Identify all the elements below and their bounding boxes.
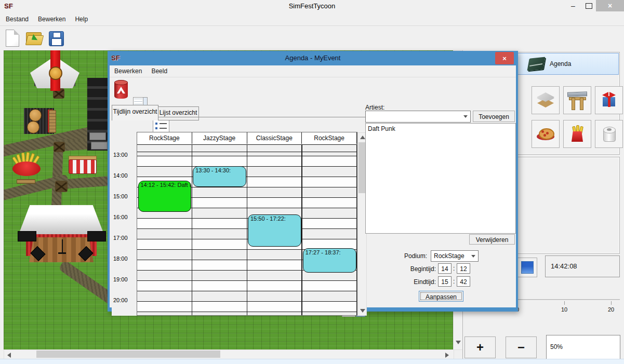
map-hscrollbar[interactable] [4,349,454,359]
dialog-menu-item-beeld[interactable]: Beeld [147,65,172,76]
scroll-down-icon[interactable] [456,341,461,344]
schedule-event[interactable]: 13:30 - 14:30: [193,166,246,187]
agenda-dialog: SF Agenda - MyEvent × BewerkenBeeld Tijd… [108,51,518,312]
shop-item-fries[interactable] [563,120,591,148]
end-time-label: Eindtijd: [394,278,436,286]
chevron-down-icon [471,255,475,260]
scroll-right-icon[interactable] [445,353,449,358]
new-file-button[interactable] [3,28,22,48]
artist-label: Artiest: [365,104,373,111]
stage-column-header: JazzyStage [192,132,247,144]
artist-list-item[interactable]: Daft Punk [366,124,515,134]
agenda-book-icon [527,57,545,71]
menu-item-help[interactable]: Help [70,14,92,24]
add-artist-button[interactable]: Toevoegen [473,111,515,122]
stage-header-row: RockStageJazzyStageClassicStageRockStage [137,132,357,145]
speaker-slab [89,132,106,140]
maximize-button[interactable] [582,0,595,11]
minimize-button[interactable]: – [566,0,580,11]
map-hscroll-thumb[interactable] [36,350,220,358]
hour-label: 13:00 [113,152,136,158]
clock-value: 14:42:08 [551,262,577,270]
statusbar [0,359,624,364]
plank-row [17,179,35,184]
gift-icon [599,90,619,110]
hour-label: 20:00 [113,297,136,303]
microphone [62,239,63,253]
stage-column-header: RockStage [137,132,192,144]
tent-logo-icon [49,66,62,80]
zoom-in-button[interactable]: + [464,336,496,358]
path-node [54,142,65,152]
schedule-event-selected[interactable]: 14:12 - 15:42: Daft Punk [138,181,192,212]
plank-stack [49,110,56,133]
remove-artist-button[interactable]: Verwijderen [469,234,515,245]
start-hour-input[interactable]: 14 [438,263,452,274]
shop-item-pizza[interactable] [532,120,560,148]
zoom-out-button[interactable]: − [506,336,537,358]
pizza-icon [536,124,555,144]
chevron-down-icon [463,115,468,120]
dialog-close-button[interactable]: × [495,52,514,64]
clock-display: 14:42:08 [545,255,620,277]
scroll-left-icon[interactable] [7,353,11,358]
dialog-titlebar[interactable]: SF Agenda - MyEvent × [108,51,518,65]
grid-scroll-down-icon[interactable] [360,309,365,313]
shop-item-gate[interactable] [563,86,591,114]
menu-item-bestand[interactable]: Bestand [1,14,33,24]
grid-scroll-up-icon[interactable] [360,136,365,139]
tab-list-overview[interactable]: Lijst overzicht [157,106,199,120]
dialog-title: Agenda - MyEvent [108,54,518,62]
open-file-button[interactable] [25,28,44,48]
stage-column-header: ClassicStage [247,132,302,144]
start-min-input[interactable]: 12 [457,263,470,274]
time-separator: : [453,278,455,285]
delete-event-icon[interactable] [114,81,128,99]
main-stage[interactable] [19,204,107,264]
grid-scroll-thumb[interactable] [359,142,366,193]
end-min-input[interactable]: 42 [457,276,470,287]
shop-item-gift[interactable] [595,86,623,114]
slider-tick-label: 20 [608,306,614,313]
dialog-menu-item-bewerken[interactable]: Bewerken [110,65,147,76]
podium-label: Podium: [395,252,427,260]
apply-button[interactable]: Aanpassen [419,291,463,302]
end-hour-input[interactable]: 15 [438,276,452,287]
artist-listbox[interactable]: Daft Punk [365,123,516,234]
dialog-menubar: BewerkenBeeld [110,65,516,77]
artist-combobox[interactable] [365,111,471,123]
hour-label: 15:00 [113,193,136,199]
maximize-icon [586,3,592,9]
window-title: SimFestTycoon [0,2,624,10]
menu-item-bewerken[interactable]: Bewerken [33,14,70,24]
schedule-event[interactable]: 17:27 - 18:37: [303,248,356,273]
schedule-event[interactable]: 15:50 - 17:22: [248,214,301,246]
speaker-slab [91,142,108,150]
hour-label: 19:00 [113,276,136,282]
podium-combobox[interactable]: RockStage [431,250,479,262]
drinks-booth[interactable] [69,156,97,173]
time-gutter: 13:0014:0015:0016:0017:0018:0019:0020:00 [112,132,137,316]
slider-tick-label: 10 [561,306,567,313]
slider-tick [611,301,612,305]
play-pause-button[interactable] [517,258,537,277]
hour-label: 17:00 [113,235,136,241]
schedule-grid[interactable]: RockStageJazzyStageClassicStageRockStage… [137,132,357,316]
path-node [55,181,68,192]
schedule-grid-body[interactable]: 14:12 - 15:42: Daft Punk13:30 - 14:30:15… [137,145,357,315]
shop-item-toilet-paper[interactable] [595,120,623,148]
fries-icon [567,124,587,144]
sidebar-item-label: Agenda [550,60,571,68]
close-button[interactable]: × [596,0,624,11]
app-window: SF SimFestTycoon – × BestandBewerkenHelp [0,0,624,364]
save-file-icon [49,31,64,46]
stage-column-header: RockStage [302,132,357,144]
zoom-level-field[interactable]: 50% [546,335,620,359]
dialog-body: BewerkenBeeld Tijdlijn overzicht Lijst o… [108,65,518,312]
tab-timeline-overview[interactable]: Tijdlijn overzicht [112,105,158,120]
main-titlebar: SF SimFestTycoon – × [0,0,624,14]
save-file-button[interactable] [47,28,65,49]
shop-item-floor-tile[interactable] [532,86,560,114]
toilet-paper-icon [599,124,619,144]
fries-stand[interactable] [12,154,42,180]
